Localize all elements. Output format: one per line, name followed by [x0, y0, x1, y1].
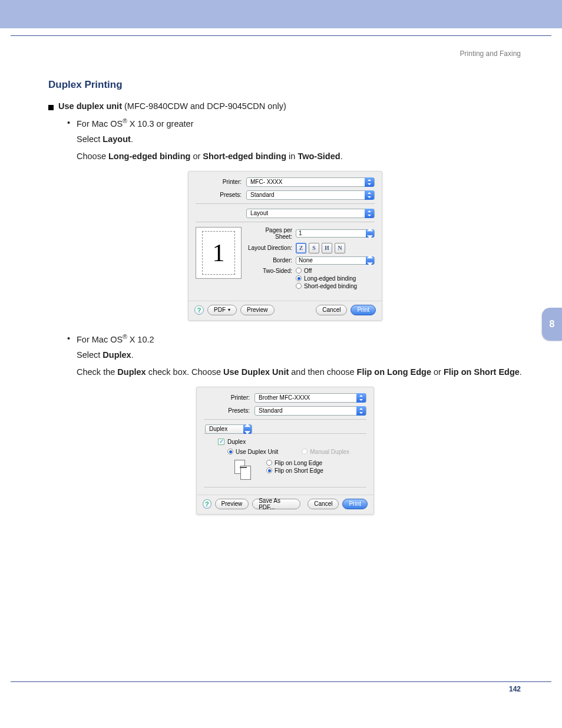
pane-value: Layout: [250, 210, 268, 216]
presets-value: Standard: [250, 192, 275, 198]
duplex-checkbox[interactable]: ✓: [218, 439, 224, 445]
chevron-updown-icon: [243, 424, 252, 434]
svg-marker-9: [367, 262, 373, 265]
t: Duplex: [103, 350, 131, 360]
chevron-updown-icon: [365, 209, 374, 218]
use-duplex-unit-text: Use duplex unit (MFC-9840CDW and DCP-904…: [58, 101, 286, 111]
pps-value: 1: [299, 230, 302, 236]
printer-select[interactable]: Brother MFC-XXXX: [254, 393, 366, 403]
pps-select[interactable]: 1: [296, 229, 375, 238]
os103-line: For Mac OS: [77, 119, 123, 129]
presets-select[interactable]: Standard: [254, 406, 366, 416]
os103-select-post: .: [131, 134, 133, 144]
t: Select: [77, 350, 103, 360]
t: Flip on Long Edge: [357, 367, 431, 377]
preview-button[interactable]: Preview: [240, 305, 275, 315]
two-sided-label: Two-Sided:: [247, 268, 296, 274]
pane-select[interactable]: Layout: [246, 209, 375, 218]
layout-direction-buttons: Z S И N: [296, 243, 345, 253]
help-button[interactable]: ?: [203, 499, 211, 509]
radio-off[interactable]: [296, 268, 302, 274]
t: or: [431, 367, 444, 377]
chevron-down-icon: ▾: [228, 307, 230, 312]
os103-choose: Choose Long-edged binding or Short-edged…: [77, 150, 522, 163]
os103-bullet: For Mac OS® X 10.3 or greater: [67, 118, 522, 129]
print-button[interactable]: Print: [342, 499, 368, 509]
t: Long-edged binding: [108, 151, 190, 161]
radio-use-duplex-unit[interactable]: [227, 449, 233, 454]
preview-button[interactable]: Preview: [215, 499, 249, 509]
duplex-panel: ✓ Duplex Use Duplex Unit Manual Duplex F…: [204, 433, 366, 487]
print-dialog-102: Printer: Brother MFC-XXXX Presets: Stand…: [196, 387, 374, 515]
t: or: [190, 151, 203, 161]
radio-off-label: Off: [304, 268, 312, 274]
t: in: [286, 151, 297, 161]
t: Two-Sided: [297, 151, 340, 161]
border-label: Border:: [247, 257, 296, 263]
top-gap: [0, 28, 562, 35]
pane-select[interactable]: Duplex: [205, 424, 252, 434]
os102-paragraph: Check the Duplex check box. Choose Use D…: [77, 366, 522, 378]
radio-flip-long[interactable]: [266, 460, 272, 466]
presets-select[interactable]: Standard: [246, 190, 375, 200]
pane-value: Duplex: [209, 426, 227, 432]
svg-marker-6: [367, 228, 373, 231]
radio-short[interactable]: [296, 283, 302, 289]
t: Short-edged binding: [203, 151, 286, 161]
help-button[interactable]: ?: [194, 305, 204, 315]
divider: [196, 222, 375, 222]
svg-marker-1: [368, 183, 371, 185]
radio-flip-short[interactable]: [266, 467, 272, 473]
chevron-updown-icon: [356, 406, 366, 416]
svg-marker-10: [359, 395, 363, 397]
dir-btn-1[interactable]: Z: [296, 243, 306, 253]
t: Check the: [77, 367, 117, 377]
duplex-pages-icon: [234, 460, 252, 481]
t: and then choose: [289, 367, 356, 377]
page-number: 142: [509, 685, 521, 693]
dir-btn-2[interactable]: S: [309, 243, 319, 253]
border-value: None: [299, 257, 313, 263]
border-select[interactable]: None: [296, 256, 375, 265]
use-duplex-unit-row: Use duplex unit (MFC-9840CDW and DCP-904…: [48, 101, 522, 111]
cancel-button[interactable]: Cancel: [316, 305, 347, 315]
presets-label: Presets:: [196, 192, 246, 198]
radio-long[interactable]: [296, 275, 302, 281]
svg-marker-15: [244, 431, 251, 434]
cancel-button[interactable]: Cancel: [308, 499, 339, 509]
dir-label: Layout Direction:: [247, 245, 296, 251]
printer-value: Brother MFC-XXXX: [259, 394, 310, 401]
registered-icon: ®: [123, 118, 127, 124]
radio-manual-duplex[interactable]: [302, 449, 308, 454]
t: Duplex: [117, 367, 146, 377]
page-content: Duplex Printing Use duplex unit (MFC-984…: [48, 79, 522, 528]
chevron-updown-icon: [365, 190, 374, 200]
svg-marker-3: [368, 196, 371, 198]
svg-marker-7: [367, 235, 373, 238]
print-button[interactable]: Print: [351, 305, 376, 315]
page-preview: 1: [196, 227, 242, 279]
svg-marker-14: [244, 424, 251, 427]
os103-select: Select Layout.: [77, 133, 522, 146]
save-as-pdf-button[interactable]: Save As PDF...: [252, 499, 300, 509]
os102-select: Select Duplex.: [77, 349, 522, 361]
dir-btn-3[interactable]: И: [322, 243, 332, 253]
pdf-button[interactable]: PDF▾: [207, 305, 237, 315]
svg-marker-13: [359, 412, 363, 414]
os103-select-b: Layout: [103, 134, 131, 144]
svg-marker-2: [368, 192, 371, 194]
duplex-checkbox-label: Duplex: [227, 439, 246, 445]
printer-label: Printer:: [204, 394, 254, 401]
t: .: [340, 151, 343, 161]
dir-btn-4[interactable]: N: [335, 243, 345, 253]
radio-manual-label: Manual Duplex: [310, 449, 349, 455]
os102-tail: X 10.2: [127, 335, 154, 344]
pdf-button-label: PDF: [214, 307, 226, 313]
t: Flip on Short Edge: [444, 367, 520, 377]
printer-select[interactable]: MFC- XXXX: [246, 177, 375, 187]
section-title: Duplex Printing: [48, 79, 522, 91]
use-duplex-unit-rest: (MFC-9840CDW and DCP-9045CDN only): [122, 101, 286, 111]
t: Choose: [77, 151, 108, 161]
print-dialog-103: Printer: MFC- XXXX Presets: Standard Lay…: [188, 171, 382, 321]
presets-value: Standard: [259, 407, 283, 414]
